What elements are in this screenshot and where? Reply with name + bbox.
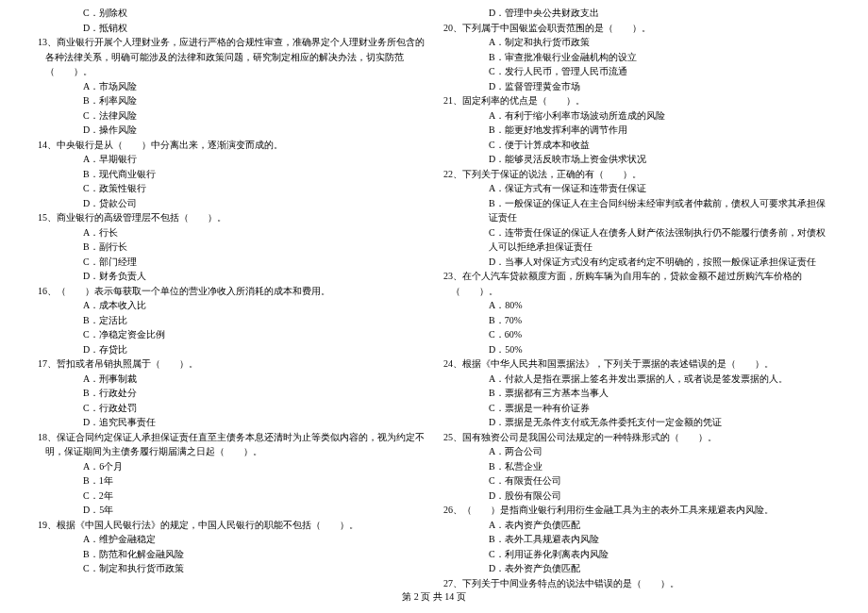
q18-opt-c: C．2年 xyxy=(38,489,425,504)
right-column: D．管理中央公共财政支出 20、下列属于中国银监会职责范围的是（ ）。 A．制定… xyxy=(443,6,830,590)
q15-opt-c: C．部门经理 xyxy=(38,255,425,270)
q19-opt-c: C．制定和执行货币政策 xyxy=(38,561,425,576)
q24-opt-c: C．票据是一种有价证券 xyxy=(443,401,830,416)
q13-opt-b: B．利率风险 xyxy=(38,93,425,108)
q23-opt-b: B．70% xyxy=(443,313,830,328)
q26-opt-a: A．表内资产负债匹配 xyxy=(443,518,830,533)
q23-opt-d: D．50% xyxy=(443,342,830,357)
option-c: C．别除权 xyxy=(38,6,425,21)
q20-opt-d: D．监督管理黄金市场 xyxy=(443,79,830,94)
q24-opt-d: D．票据是无条件支付或无条件委托支付一定金额的凭证 xyxy=(443,415,830,430)
q18-opt-b: B．1年 xyxy=(38,473,425,489)
q18-opt-d: D．5年 xyxy=(38,503,425,518)
q18-opt-a: A．6个月 xyxy=(38,459,425,474)
question-13: 13、商业银行开展个人理财业务，应进行严格的合规性审查，准确界定个人理财业务所包… xyxy=(38,35,425,79)
question-16: 16、（ ）表示每获取一个单位的营业净收入所消耗的成本和费用。 xyxy=(38,284,425,299)
question-19: 19、根据《中国人民银行法》的规定，中国人民银行的职能不包括（ ）。 xyxy=(38,518,425,533)
q25-opt-c: C．有限责任公司 xyxy=(443,473,830,489)
q17-opt-a: A．刑事制裁 xyxy=(38,372,425,387)
q15-opt-d: D．财务负责人 xyxy=(38,269,425,284)
q14-opt-c: C．政策性银行 xyxy=(38,181,425,196)
q20-opt-a: A．制定和执行货币政策 xyxy=(443,35,830,50)
q26-opt-d: D．表外资产负债匹配 xyxy=(443,561,830,576)
q17-opt-d: D．追究民事责任 xyxy=(38,415,425,430)
left-column: C．别除权 D．抵销权 13、商业银行开展个人理财业务，应进行严格的合规性审查，… xyxy=(38,6,425,590)
q19-opt-d: D．管理中央公共财政支出 xyxy=(443,6,830,21)
question-24: 24、根据《中华人民共和国票据法》，下列关于票据的表述错误的是（ ）。 xyxy=(443,356,830,372)
q24-opt-b: B．票据都有三方基本当事人 xyxy=(443,386,830,401)
q22-opt-b: B．一般保证的保证人在主合同纠纷未经审判或者仲裁前，债权人可要求其承担保证责任 xyxy=(443,196,830,225)
q21-opt-c: C．便于计算成本和收益 xyxy=(443,138,830,153)
q16-opt-c: C．净稳定资金比例 xyxy=(38,327,425,342)
q15-opt-b: B．副行长 xyxy=(38,240,425,255)
question-18: 18、保证合同约定保证人承担保证责任直至主债务本息还清时为止等类似内容的，视为约… xyxy=(38,430,425,459)
q17-opt-c: C．行政处罚 xyxy=(38,401,425,416)
q23-opt-a: A．80% xyxy=(443,298,830,313)
q13-opt-c: C．法律风险 xyxy=(38,108,425,124)
q25-opt-d: D．股份有限公司 xyxy=(443,489,830,504)
question-25: 25、国有独资公司是我国公司法规定的一种特殊形式的（ ）。 xyxy=(443,430,830,445)
exam-page: C．别除权 D．抵销权 13、商业银行开展个人理财业务，应进行严格的合规性审查，… xyxy=(0,0,868,590)
q21-opt-b: B．能更好地发挥利率的调节作用 xyxy=(443,123,830,138)
question-23: 23、在个人汽车贷款额度方面，所购车辆为自用车的，贷款金额不超过所购汽车价格的（… xyxy=(443,269,830,298)
question-22: 22、下列关于保证的说法，正确的有（ ）。 xyxy=(443,167,830,182)
q23-opt-c: C．60% xyxy=(443,327,830,342)
question-15: 15、商业银行的高级管理层不包括（ ）。 xyxy=(38,210,425,225)
q19-opt-b: B．防范和化解金融风险 xyxy=(38,547,425,562)
q20-opt-c: C．发行人民币，管理人民币流通 xyxy=(443,64,830,79)
q20-opt-b: B．审查批准银行业金融机构的设立 xyxy=(443,50,830,65)
question-21: 21、固定利率的优点是（ ）。 xyxy=(443,93,830,108)
q19-opt-a: A．维护金融稳定 xyxy=(38,532,425,547)
question-27: 27、下列关于中间业务特点的说法中错误的是（ ）。 xyxy=(443,576,830,591)
q13-opt-a: A．市场风险 xyxy=(38,79,425,94)
q14-opt-a: A．早期银行 xyxy=(38,152,425,167)
q22-opt-c: C．连带责任保证的保证人在债务人财产依法强制执行仍不能履行债务前，对债权人可以拒… xyxy=(443,225,830,255)
q26-opt-b: B．表外工具规避表内风险 xyxy=(443,532,830,547)
q26-opt-c: C．利用证券化剥离表内风险 xyxy=(443,547,830,562)
q14-opt-d: D．贷款公司 xyxy=(38,196,425,211)
question-14: 14、中央银行是从（ ）中分离出来，逐渐演变而成的。 xyxy=(38,138,425,153)
q22-opt-a: A．保证方式有一保证和连带责任保证 xyxy=(443,181,830,196)
q25-opt-b: B．私营企业 xyxy=(443,459,830,474)
q21-opt-d: D．能够灵活反映市场上资金供求状况 xyxy=(443,152,830,167)
q21-opt-a: A．有利于缩小利率市场波动所造成的风险 xyxy=(443,108,830,124)
q16-opt-b: B．定活比 xyxy=(38,313,425,328)
q14-opt-b: B．现代商业银行 xyxy=(38,167,425,182)
option-d: D．抵销权 xyxy=(38,21,425,36)
q25-opt-a: A．两合公司 xyxy=(443,444,830,459)
question-17: 17、暂扣或者吊销执照属于（ ）。 xyxy=(38,356,425,372)
question-26: 26、（ ）是指商业银行利用衍生金融工具为主的表外工具来规避表内风险。 xyxy=(443,503,830,518)
q22-opt-d: D．当事人对保证方式没有约定或者约定不明确的，按照一般保证承担保证责任 xyxy=(443,255,830,270)
question-20: 20、下列属于中国银监会职责范围的是（ ）。 xyxy=(443,21,830,36)
q13-opt-d: D．操作风险 xyxy=(38,123,425,138)
q16-opt-a: A．成本收入比 xyxy=(38,298,425,313)
q15-opt-a: A．行长 xyxy=(38,225,425,240)
q16-opt-d: D．存贷比 xyxy=(38,342,425,357)
q17-opt-b: B．行政处分 xyxy=(38,386,425,401)
q24-opt-a: A．付款人是指在票据上签名并发出票据的人，或者说是签发票据的人。 xyxy=(443,372,830,387)
page-footer: 第 2 页 共 14 页 xyxy=(0,590,868,604)
